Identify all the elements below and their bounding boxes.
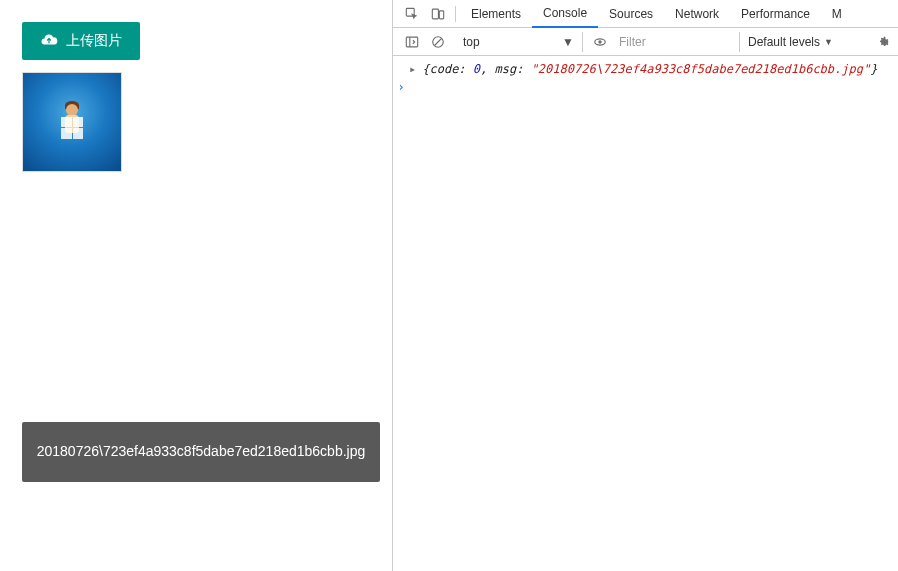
console-output[interactable]: ▸ {code: 0, msg: "20180726\723ef4a933c8f… xyxy=(393,56,898,571)
console-prompt[interactable]: › xyxy=(393,78,898,96)
upload-button-label: 上传图片 xyxy=(66,32,122,50)
clear-console-icon[interactable] xyxy=(425,28,451,55)
tab-elements[interactable]: Elements xyxy=(460,0,532,27)
console-settings-icon[interactable] xyxy=(870,28,898,55)
tab-performance[interactable]: Performance xyxy=(730,0,821,27)
separator xyxy=(455,6,456,22)
svg-line-6 xyxy=(435,38,442,45)
console-log-entry[interactable]: ▸ {code: 0, msg: "20180726\723ef4a933c8f… xyxy=(393,60,898,78)
device-toolbar-icon[interactable] xyxy=(425,0,451,27)
upload-button[interactable]: 上传图片 xyxy=(22,22,140,60)
log-levels-selector[interactable]: Default levels ▼ xyxy=(739,32,833,52)
cloud-upload-icon xyxy=(40,31,58,52)
tab-m[interactable]: M xyxy=(821,0,853,27)
page-content: 上传图片 20180726\723ef4a933c8f5dabe7ed218ed… xyxy=(0,0,392,571)
thumbnail-windows-logo xyxy=(61,117,83,139)
log-object: {code: 0, msg: "20180726\723ef4a933c8f5d… xyxy=(422,62,877,76)
console-toolbar: top ▼ Default levels ▼ xyxy=(393,28,898,56)
expand-arrow-icon[interactable]: ▸ xyxy=(409,62,416,76)
prompt-caret-icon: › xyxy=(393,80,409,94)
live-expression-icon[interactable] xyxy=(587,28,613,55)
svg-rect-1 xyxy=(432,9,438,19)
svg-rect-3 xyxy=(406,37,417,47)
context-label: top xyxy=(463,35,480,49)
svg-point-8 xyxy=(598,40,602,44)
toast-message: 20180726\723ef4a933c8f5dabe7ed218ed1b6cb… xyxy=(22,422,380,482)
svg-rect-2 xyxy=(439,10,443,18)
chevron-down-icon: ▼ xyxy=(824,37,833,47)
inspect-element-icon[interactable] xyxy=(399,0,425,27)
devtools-tabbar: ElementsConsoleSourcesNetworkPerformance… xyxy=(393,0,898,28)
devtools-panel: ElementsConsoleSourcesNetworkPerformance… xyxy=(392,0,898,571)
uploaded-thumbnail[interactable] xyxy=(22,72,122,172)
tab-console[interactable]: Console xyxy=(532,0,598,28)
console-sidebar-toggle-icon[interactable] xyxy=(399,28,425,55)
chevron-down-icon: ▼ xyxy=(562,35,574,49)
tab-sources[interactable]: Sources xyxy=(598,0,664,27)
levels-label: Default levels xyxy=(748,35,820,49)
filter-input[interactable] xyxy=(613,32,733,52)
tab-network[interactable]: Network xyxy=(664,0,730,27)
execution-context-selector[interactable]: top ▼ xyxy=(455,32,583,52)
